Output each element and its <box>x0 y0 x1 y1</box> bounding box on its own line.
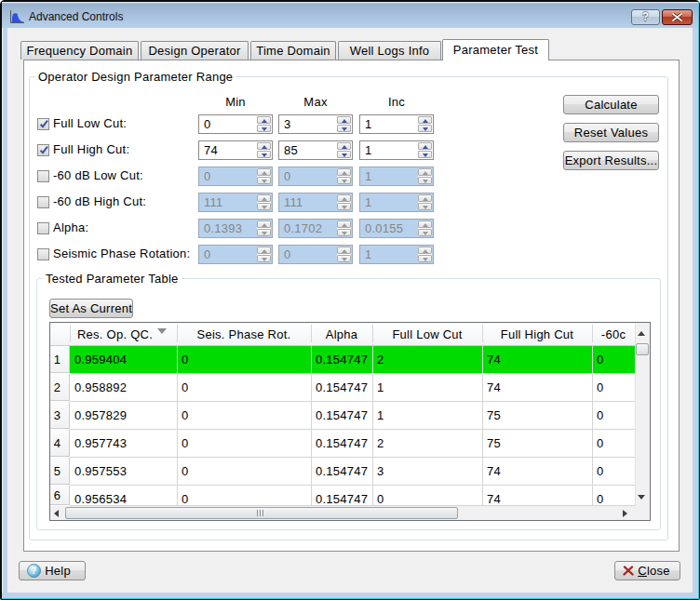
svg-text:?: ? <box>31 566 36 576</box>
